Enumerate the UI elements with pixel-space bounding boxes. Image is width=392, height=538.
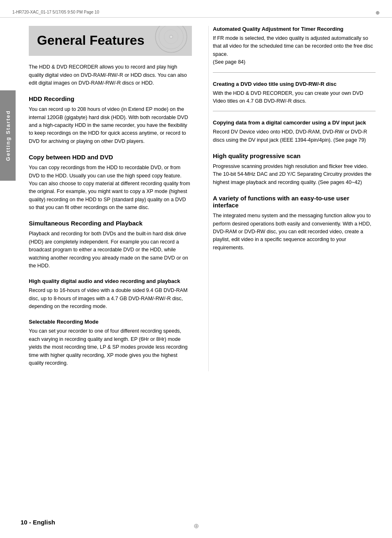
section-heading-copying-dv: Copying data from a digital camcorder us… [213, 120, 376, 126]
page-label: 10 - English [21, 519, 55, 526]
section-heading-simultaneous: Simultaneous Recording and Playback [29, 220, 192, 227]
top-bar: 1-HR720-XAC_01-17 5/17/05 9:50 PM Page 1… [0, 8, 392, 18]
section-heading-hdd-recording: HDD Recording [29, 95, 192, 102]
title-box: General Features [29, 26, 192, 56]
bottom-circle: ⊕ [194, 522, 199, 530]
section-body-hq-progressive: Progressive scanning provides high resol… [213, 163, 376, 186]
main-content: General Features The HDD & DVD RECORDER … [21, 22, 384, 375]
page-container: 1-HR720-XAC_01-17 5/17/05 9:50 PM Page 1… [0, 0, 392, 538]
section-heading-automated-quality: Automated Quality Adjustment for Timer R… [213, 26, 376, 32]
section-body-selectable-mode: You can set your recorder to one of four… [29, 327, 192, 367]
section-body-hq-audio: Record up to 16-hours of video with a do… [29, 287, 192, 310]
sidebar-label: Getting Started [5, 110, 11, 161]
section-body-simultaneous: Playback and recording for both DVDs and… [29, 230, 192, 270]
section-body-automated-quality: If FR mode is selected, the video qualit… [213, 34, 376, 67]
section-body-copying-dv: Record DV Device video onto HDD, DVD-RAM… [213, 128, 376, 144]
section-body-creating-dvd: With the HDD & DVD RECORDER, you can cre… [213, 90, 376, 106]
intro-paragraph: The HDD & DVD RECORDER allows you to rec… [29, 63, 192, 87]
right-column: Automated Quality Adjustment for Timer R… [208, 26, 376, 371]
divider-2 [213, 111, 376, 111]
left-sections: HDD Recording You can record up to 208 h… [29, 95, 192, 367]
section-heading-creating-dvd: Creating a DVD video title using DVD-RW/… [213, 81, 376, 87]
page-footer: 10 - English [21, 519, 55, 526]
top-bar-circle: ⊕ [376, 10, 380, 16]
page-title: General Features [37, 33, 184, 48]
section-heading-hq-progressive: High quality progressive scan [213, 152, 376, 159]
section-heading-hq-audio: High quality digital audio and video rec… [29, 278, 192, 284]
sidebar: Getting Started [0, 90, 16, 181]
left-column: General Features The HDD & DVD RECORDER … [29, 26, 196, 371]
section-body-variety-functions: The integrated menu system and the messa… [213, 212, 376, 252]
section-heading-copy-hdd-dvd: Copy between HDD and DVD [29, 154, 192, 161]
section-heading-selectable-mode: Selectable Recording Mode [29, 319, 192, 325]
section-heading-variety-functions: A variety of functions with an easy-to-u… [213, 195, 376, 209]
section-body-copy-hdd-dvd: You can copy recordings from the HDD to … [29, 164, 192, 212]
top-bar-text: 1-HR720-XAC_01-17 5/17/05 9:50 PM Page 1… [12, 10, 99, 16]
divider-1 [213, 72, 376, 73]
section-body-hdd-recording: You can record up to 208 hours of video … [29, 106, 192, 145]
